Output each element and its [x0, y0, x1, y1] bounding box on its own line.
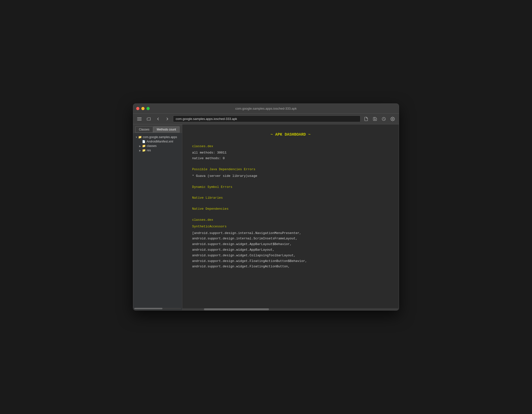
new-file-icon — [364, 117, 368, 121]
expand-arrow-classes: ▶ — [139, 145, 142, 147]
sidebar-tabs: Classes Methods count — [133, 124, 182, 133]
section-header-classes-dex-1: classes.dex — [192, 144, 389, 149]
tree-item-res[interactable]: ▶ 📁 res — [133, 148, 182, 153]
svg-rect-1 — [137, 119, 142, 119]
address-input[interactable] — [173, 116, 360, 122]
section-native-libs: Native Libraries — [192, 195, 389, 201]
forward-button[interactable] — [164, 115, 171, 123]
dashboard-title: ~ APK DASHBOARD ~ — [192, 132, 389, 138]
file-icon-manifest: 📄 — [142, 140, 146, 143]
export-button[interactable] — [371, 115, 379, 123]
forward-arrow-icon — [165, 117, 170, 121]
menu-button[interactable] — [136, 115, 143, 123]
native-methods-line: native methods: 0 — [192, 156, 389, 161]
folder-icon — [146, 117, 151, 121]
section-content-classes-dex-1: all methods: 30011 native methods: 0 — [192, 150, 389, 161]
folder-button[interactable] — [145, 115, 152, 123]
section-native-deps: Native Dependencies — [192, 207, 389, 212]
menu-icon — [137, 117, 142, 121]
expand-arrow: ▼ — [135, 136, 138, 139]
back-arrow-icon — [156, 117, 160, 121]
main-scroll-area[interactable]: ~ APK DASHBOARD ~ classes.dex all method… — [182, 124, 399, 308]
close-button[interactable] — [136, 107, 139, 110]
new-file-button[interactable] — [362, 115, 370, 123]
section-header-dynamic-symbol: Dynamic Symbol Errors — [192, 185, 389, 190]
bottom-scrollbar-thumb — [204, 308, 269, 310]
export-icon — [373, 117, 377, 121]
tree-item-package[interactable]: ▼ 📁 com.google.samples.apps — [133, 135, 182, 139]
section-content-synthetic: [android.support.design.internal.Navigat… — [192, 231, 389, 270]
section-header-classes-dex-2: classes.dex — [192, 218, 389, 223]
section-java-deps: Possible Java Dependencies Errors * Guav… — [192, 167, 389, 179]
section-content-java-deps: * Guava (server side library)usage — [192, 174, 389, 179]
back-button[interactable] — [154, 115, 162, 123]
traffic-lights — [136, 107, 150, 110]
history-button[interactable] — [380, 115, 387, 123]
tab-classes[interactable]: Classes — [135, 126, 153, 133]
tree-label-res: res — [147, 149, 151, 152]
minimize-button[interactable] — [141, 107, 145, 110]
guava-error-line: * Guava (server side library)usage — [192, 174, 389, 179]
synthetic-line-6: android.support.design.widget.FloatingAc… — [192, 264, 389, 269]
no-arrow — [139, 140, 142, 143]
sidebar-tree[interactable]: ▼ 📁 com.google.samples.apps 📄 AndroidMan… — [133, 133, 182, 307]
toolbar — [133, 114, 399, 124]
sidebar: Classes Methods count ▼ 📁 com.google.sam… — [133, 124, 182, 310]
settings-icon — [390, 117, 395, 121]
tree-label-classes: classes — [147, 144, 157, 148]
folder-icon-classes: 📁 — [142, 144, 146, 148]
tree-item-classes[interactable]: ▶ 📁 classes — [133, 144, 182, 148]
synthetic-line-4: android.support.design.widget.Collapsing… — [192, 253, 389, 258]
window-title: com.google.samples.apps.iosched-333.apk — [235, 107, 297, 110]
tab-methods-count[interactable]: Methods count — [153, 126, 180, 133]
section-dynamic-symbol: Dynamic Symbol Errors — [192, 185, 389, 190]
tree-label-manifest: AndroidManifest.xml — [146, 140, 173, 143]
main-content: ~ APK DASHBOARD ~ classes.dex all method… — [182, 124, 399, 310]
sidebar-horizontal-scrollbar[interactable] — [134, 308, 181, 309]
all-methods-line: all methods: 30011 — [192, 150, 389, 155]
synthetic-line-1: android.support.design.internal.ScrimIns… — [192, 236, 389, 241]
maximize-button[interactable] — [146, 107, 150, 110]
content-area: Classes Methods count ▼ 📁 com.google.sam… — [133, 124, 399, 310]
bottom-scrollbar[interactable] — [182, 308, 399, 310]
expand-arrow-res: ▶ — [139, 149, 142, 152]
sidebar-scrollbar-thumb — [134, 308, 162, 309]
synthetic-line-2: android.support.design.widget.AppBarLayo… — [192, 242, 389, 247]
folder-icon-res: 📁 — [142, 149, 146, 152]
section-header-native-deps: Native Dependencies — [192, 207, 389, 212]
titlebar: com.google.samples.apps.iosched-333.apk — [133, 104, 399, 114]
toolbar-right-actions — [362, 115, 396, 123]
synthetic-line-0: [android.support.design.internal.Navigat… — [192, 231, 389, 236]
app-window: com.google.samples.apps.iosched-333.apk — [133, 104, 399, 310]
section-header-java-deps: Possible Java Dependencies Errors — [192, 167, 389, 172]
section-classes-dex-1: classes.dex all methods: 30011 native me… — [192, 144, 389, 161]
tree-item-manifest[interactable]: 📄 AndroidManifest.xml — [133, 139, 182, 144]
synthetic-line-3: android.support.design.widget.AppBarLayo… — [192, 247, 389, 253]
section-header-native-libs: Native Libraries — [192, 195, 389, 201]
section-synthetic-accessors: classes.dex SyntheticAccessors [android.… — [192, 218, 389, 269]
svg-point-4 — [392, 118, 393, 119]
folder-icon-package: 📁 — [138, 135, 142, 139]
svg-rect-2 — [137, 120, 142, 120]
tree-label-package: com.google.samples.apps — [143, 135, 177, 139]
svg-rect-0 — [137, 117, 142, 118]
section-subheader-synthetic: SyntheticAccessors — [192, 224, 389, 229]
settings-button[interactable] — [389, 115, 396, 123]
synthetic-line-5: android.support.design.widget.FloatingAc… — [192, 259, 389, 264]
history-icon — [382, 117, 386, 121]
